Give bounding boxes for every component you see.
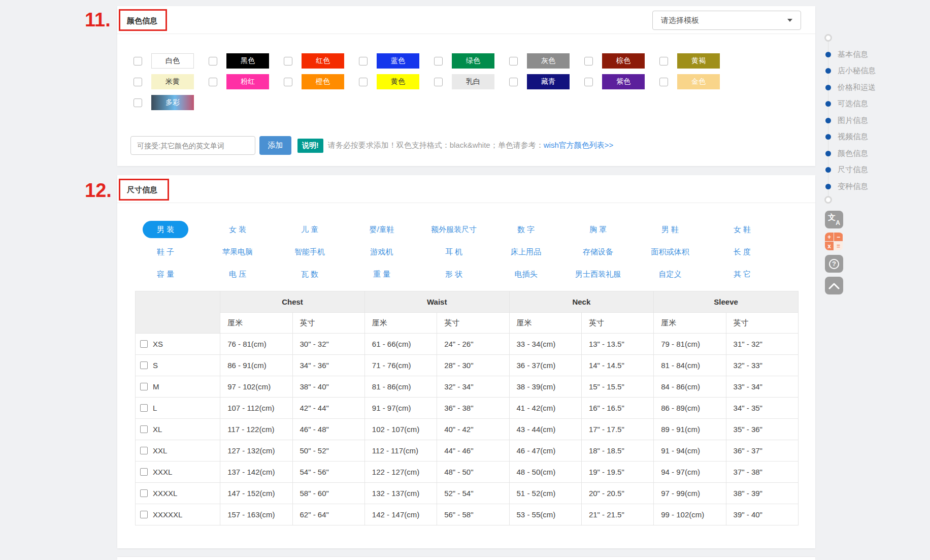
- size-checkbox[interactable]: [140, 404, 148, 412]
- size-category-tab[interactable]: 面积或体积: [651, 243, 689, 260]
- size-category-tab[interactable]: 智能手机: [294, 243, 325, 260]
- sidebar-nav-item[interactable]: 变种信息: [822, 178, 876, 195]
- size-checkbox[interactable]: [140, 425, 148, 433]
- color-chip[interactable]: 白色: [151, 53, 194, 69]
- color-chip[interactable]: 多彩: [151, 95, 194, 110]
- size-category-tab[interactable]: 其 它: [734, 266, 751, 283]
- color-chip[interactable]: 蓝色: [377, 53, 419, 69]
- color-checkbox[interactable]: [209, 78, 217, 86]
- measurement-cell: 53 - 55(cm): [509, 504, 581, 525]
- color-checkbox[interactable]: [509, 78, 518, 86]
- size-category-tab[interactable]: 婴/童鞋: [369, 221, 394, 238]
- size-category-tab[interactable]: 男士西装礼服: [575, 266, 621, 283]
- add-color-button[interactable]: 添加: [259, 136, 291, 155]
- sidebar-nav-item[interactable]: 尺寸信息: [822, 162, 876, 179]
- help-icon[interactable]: ?: [825, 255, 843, 273]
- color-checkbox[interactable]: [284, 78, 292, 86]
- color-checkbox[interactable]: [134, 57, 142, 65]
- size-category-tab[interactable]: 游戏机: [371, 243, 393, 260]
- size-checkbox[interactable]: [140, 340, 148, 348]
- color-chip[interactable]: 黄色: [377, 74, 419, 89]
- color-chip[interactable]: 棕色: [602, 53, 645, 69]
- measurement-cell: 127 - 132(cm): [220, 440, 292, 462]
- template-select[interactable]: 请选择模板: [652, 11, 801, 30]
- color-checkbox[interactable]: [584, 78, 593, 86]
- unit-header-inch: 英寸: [726, 313, 798, 334]
- color-option: 粉红: [209, 74, 284, 89]
- custom-color-row: 添加 说明! 请务必按要求添加！双色支持格式：black&white；单色请参考…: [130, 136, 613, 155]
- sidebar-nav-item[interactable]: 基本信息: [822, 46, 876, 63]
- size-name: XXXL: [153, 468, 172, 476]
- color-chip[interactable]: 红色: [302, 53, 344, 69]
- color-checkbox[interactable]: [209, 57, 217, 65]
- measurement-cell: 44" - 46": [437, 440, 509, 462]
- color-checkbox[interactable]: [434, 57, 443, 65]
- size-category-tab[interactable]: 女 鞋: [734, 221, 751, 238]
- nav-dot-icon: [825, 85, 831, 90]
- color-chip[interactable]: 金色: [677, 74, 720, 89]
- color-checkbox[interactable]: [659, 78, 668, 86]
- color-chip[interactable]: 紫色: [602, 74, 645, 89]
- measurement-cell: 40" - 42": [437, 419, 509, 440]
- size-category-tab[interactable]: 瓦 数: [301, 266, 318, 283]
- color-chip[interactable]: 橙色: [302, 74, 344, 89]
- size-category-tab[interactable]: 重 量: [373, 266, 390, 283]
- color-checkbox[interactable]: [284, 57, 292, 65]
- size-category-tab[interactable]: 电 压: [229, 266, 246, 283]
- color-checkbox[interactable]: [659, 57, 668, 65]
- color-checkbox[interactable]: [359, 78, 368, 86]
- color-checkbox[interactable]: [434, 78, 443, 86]
- size-category-tab[interactable]: 存储设备: [583, 243, 613, 260]
- color-checkbox[interactable]: [359, 57, 368, 65]
- size-category-tab[interactable]: 床上用品: [511, 243, 541, 260]
- color-checkbox[interactable]: [134, 78, 142, 86]
- size-category-tab[interactable]: 男 装: [143, 221, 188, 238]
- annotation-red-box: [119, 179, 169, 201]
- size-category-tab[interactable]: 数 字: [517, 221, 535, 238]
- sidebar-nav-item[interactable]: 颜色信息: [822, 145, 876, 162]
- size-category-tab[interactable]: 形 状: [445, 266, 462, 283]
- size-category-tab[interactable]: 男 鞋: [661, 221, 679, 238]
- size-checkbox[interactable]: [140, 511, 148, 518]
- sidebar-nav-item[interactable]: 价格和运送: [822, 79, 876, 96]
- size-category-tab[interactable]: 长 度: [734, 243, 751, 260]
- color-checkbox[interactable]: [134, 98, 142, 107]
- sidebar-nav-item[interactable]: 店小秘信息: [822, 63, 876, 80]
- size-category-tab[interactable]: 额外服装尺寸: [431, 221, 477, 238]
- custom-color-input[interactable]: [130, 136, 255, 155]
- size-category-tab[interactable]: 胸 罩: [589, 221, 607, 238]
- color-chip[interactable]: 米黄: [151, 74, 194, 89]
- color-option: 黄色: [359, 74, 434, 89]
- size-category-tab[interactable]: 儿 童: [301, 221, 318, 238]
- scroll-top-icon[interactable]: [825, 277, 843, 294]
- sidebar-nav-item[interactable]: 视频信息: [822, 129, 876, 146]
- size-category-tab[interactable]: 鞋 子: [157, 243, 174, 260]
- translate-icon[interactable]: 文 A: [825, 211, 843, 228]
- color-chip[interactable]: 黄褐: [677, 53, 720, 69]
- size-category-tab[interactable]: 耳 机: [445, 243, 462, 260]
- size-category-tab[interactable]: 电插头: [515, 266, 538, 283]
- measurement-cell: 38" - 39": [726, 483, 798, 504]
- color-checkbox[interactable]: [584, 57, 593, 65]
- sidebar-nav-item[interactable]: 可选信息: [822, 96, 876, 113]
- color-info-card: 11. 颜色信息 请选择模板 白色黑色红色蓝色绿色灰色棕色黄褐米黄粉红橙色黄色乳…: [117, 6, 815, 166]
- color-chip[interactable]: 黑色: [226, 53, 269, 69]
- size-category-tab[interactable]: 自定义: [659, 266, 682, 283]
- size-category-tab[interactable]: 苹果电脑: [222, 243, 253, 260]
- size-category-tab[interactable]: 女 装: [229, 221, 246, 238]
- size-checkbox[interactable]: [140, 468, 148, 476]
- color-chip[interactable]: 粉红: [226, 74, 269, 89]
- color-chip[interactable]: 绿色: [452, 53, 494, 69]
- size-checkbox[interactable]: [140, 489, 148, 497]
- size-checkbox[interactable]: [140, 361, 148, 369]
- color-checkbox[interactable]: [509, 57, 518, 65]
- sidebar-nav-item[interactable]: 图片信息: [822, 112, 876, 129]
- color-chip[interactable]: 乳白: [452, 74, 494, 89]
- wish-color-list-link[interactable]: wish官方颜色列表>>: [544, 141, 614, 150]
- color-chip[interactable]: 藏青: [527, 74, 570, 89]
- calculator-icon[interactable]: + − x =: [825, 233, 843, 250]
- size-category-tab[interactable]: 容 量: [157, 266, 174, 283]
- color-chip[interactable]: 灰色: [527, 53, 570, 69]
- size-checkbox[interactable]: [140, 447, 148, 454]
- size-checkbox[interactable]: [140, 383, 148, 390]
